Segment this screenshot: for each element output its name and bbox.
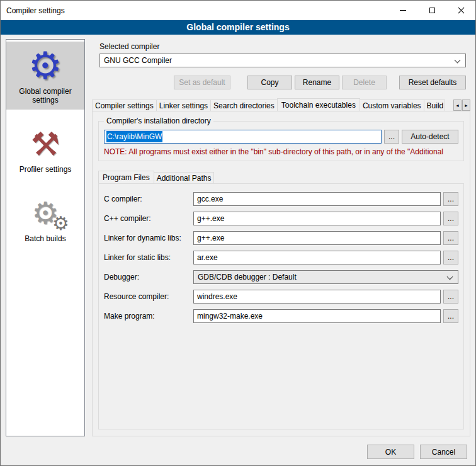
- left-arrow-icon: ◄: [455, 103, 460, 108]
- field-label: C++ compiler:: [104, 214, 191, 223]
- make-program-browse-button[interactable]: ...: [443, 309, 458, 323]
- field-row: C compiler: ...: [104, 192, 458, 206]
- compiler-settings-window: Compiler settings Global compiler settin…: [0, 0, 476, 466]
- chevron-down-icon: [447, 274, 453, 280]
- close-icon: [457, 6, 465, 14]
- debugger-select-value: GDB/CDB debugger : Default: [198, 273, 297, 281]
- close-button[interactable]: [446, 1, 475, 20]
- program-tabs: Program Files Additional Paths: [98, 171, 464, 183]
- tab-linker-settings[interactable]: Linker settings: [156, 99, 211, 111]
- dialog-footer: OK Cancel: [1, 440, 475, 465]
- installation-directory-group-title: Compiler's installation directory: [104, 116, 213, 125]
- profiler-tool-icon: ⚒: [8, 123, 83, 165]
- gray-gears-icon: ⚙ ⚙: [8, 193, 83, 234]
- subtab-additional-paths[interactable]: Additional Paths: [154, 172, 215, 183]
- minimize-icon: [400, 10, 406, 11]
- subtab-program-files[interactable]: Program Files: [98, 171, 154, 183]
- sidebar-item-label: Profiler settings: [8, 165, 83, 174]
- program-files-panel: C compiler: ... C++ compiler: ... Linker…: [98, 183, 464, 429]
- installation-directory-row: C:\raylib\MinGW ... Auto-detect: [104, 130, 458, 144]
- install-path-browse-button[interactable]: ...: [384, 130, 399, 144]
- dynamic-linker-input[interactable]: [193, 231, 441, 245]
- gear-glyph: ⚙: [52, 214, 69, 233]
- blue-gear-icon: ⚙: [8, 45, 83, 87]
- install-path-value: C:\raylib\MinGW: [106, 131, 162, 142]
- tab-build-options[interactable]: Build options: [424, 99, 445, 111]
- field-row: Resource compiler: ...: [104, 290, 458, 304]
- note-text: NOTE: All programs must exist either in …: [104, 147, 458, 156]
- dialog-body: ⚙ Global compiler settings ⚒ Profiler se…: [1, 35, 475, 440]
- gear-glyph: ⚙: [28, 47, 62, 85]
- sidebar-item-profiler-settings[interactable]: ⚒ Profiler settings: [6, 120, 84, 179]
- titlebar: Compiler settings: [1, 1, 475, 20]
- dialog-header: Global compiler settings: [1, 20, 475, 35]
- chevron-down-icon: [455, 57, 461, 64]
- compiler-select[interactable]: GNU GCC Compiler: [99, 54, 466, 67]
- toolchain-executables-panel: Compiler's installation directory C:\ray…: [92, 111, 470, 436]
- cpp-compiler-input[interactable]: [193, 212, 441, 225]
- copy-button[interactable]: Copy: [247, 76, 292, 89]
- install-path-input[interactable]: C:\raylib\MinGW: [104, 130, 382, 144]
- tab-scroll-left-button[interactable]: ◄: [453, 99, 462, 111]
- field-label: Resource compiler:: [104, 292, 191, 301]
- window-title: Compiler settings: [1, 6, 388, 15]
- field-label: Linker for static libs:: [104, 253, 191, 262]
- sidebar-item-global-compiler-settings[interactable]: ⚙ Global compiler settings: [6, 42, 84, 110]
- field-row: Linker for static libs: ...: [104, 251, 458, 264]
- field-label: Make program:: [104, 312, 191, 321]
- main-panel: Selected compiler GNU GCC Compiler Set a…: [92, 39, 470, 436]
- hammer-pick-glyph: ⚒: [31, 127, 60, 162]
- cpp-compiler-browse-button[interactable]: ...: [443, 212, 458, 225]
- dynamic-linker-browse-button[interactable]: ...: [443, 231, 458, 245]
- sidebar-item-label: Batch builds: [8, 234, 83, 243]
- reset-defaults-button[interactable]: Reset defaults: [399, 76, 466, 89]
- rename-button[interactable]: Rename: [295, 76, 339, 89]
- right-arrow-icon: ►: [464, 103, 468, 108]
- compiler-action-row: Set as default Copy Rename Delete Reset …: [99, 76, 466, 89]
- field-label: Linker for dynamic libs:: [104, 234, 191, 242]
- compiler-select-value: GNU GCC Compiler: [104, 56, 172, 65]
- selected-compiler-label: Selected compiler: [99, 42, 470, 51]
- autodetect-button[interactable]: Auto-detect: [402, 130, 458, 144]
- c-compiler-input[interactable]: [193, 192, 441, 206]
- tab-scroll-right-button[interactable]: ►: [462, 99, 470, 111]
- delete-button[interactable]: Delete: [342, 76, 387, 89]
- field-label: C compiler:: [104, 195, 191, 203]
- cancel-button[interactable]: Cancel: [420, 445, 467, 459]
- make-program-input[interactable]: [193, 309, 441, 323]
- field-label: Debugger:: [104, 273, 191, 281]
- ok-button[interactable]: OK: [367, 445, 414, 459]
- resource-compiler-input[interactable]: [193, 290, 441, 304]
- field-row: Linker for dynamic libs: ...: [104, 231, 458, 245]
- static-linker-input[interactable]: [193, 251, 441, 264]
- compiler-tabs: Compiler settings Linker settings Search…: [92, 98, 470, 111]
- minimize-button[interactable]: [388, 1, 417, 20]
- tab-toolchain-executables[interactable]: Toolchain executables: [277, 98, 360, 111]
- debugger-select[interactable]: GDB/CDB debugger : Default: [193, 270, 458, 284]
- static-linker-browse-button[interactable]: ...: [443, 251, 458, 264]
- tab-compiler-settings[interactable]: Compiler settings: [92, 99, 157, 111]
- set-as-default-button[interactable]: Set as default: [174, 76, 230, 89]
- tab-search-directories[interactable]: Search directories: [210, 99, 278, 111]
- c-compiler-browse-button[interactable]: ...: [443, 192, 458, 206]
- tab-custom-variables[interactable]: Custom variables: [360, 99, 424, 111]
- field-row: Debugger: GDB/CDB debugger : Default: [104, 270, 458, 284]
- sidebar-item-label: Global compiler settings: [8, 87, 83, 105]
- resource-compiler-browse-button[interactable]: ...: [443, 290, 458, 304]
- field-row: Make program: ...: [104, 309, 458, 323]
- tab-scroll-buttons: ◄ ►: [453, 99, 470, 111]
- field-row: C++ compiler: ...: [104, 212, 458, 225]
- sidebar: ⚙ Global compiler settings ⚒ Profiler se…: [6, 39, 85, 436]
- sidebar-item-batch-builds[interactable]: ⚙ ⚙ Batch builds: [6, 189, 84, 248]
- maximize-button[interactable]: [417, 1, 446, 20]
- maximize-icon: [429, 8, 435, 13]
- installation-directory-group: Compiler's installation directory C:\ray…: [98, 121, 464, 161]
- titlebar-buttons: [388, 1, 475, 20]
